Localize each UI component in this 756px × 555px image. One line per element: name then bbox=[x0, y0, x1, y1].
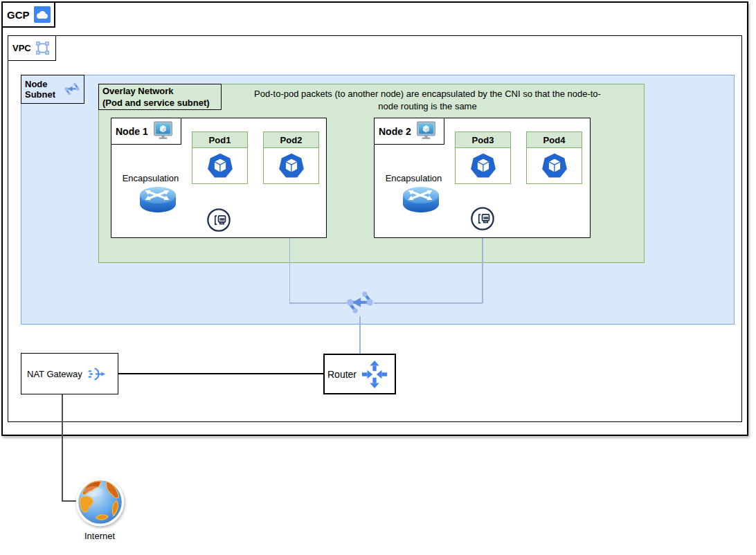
node2-encapsulation-label: Encapsulation bbox=[374, 173, 453, 183]
pod4-label: Pod4 bbox=[527, 132, 582, 148]
network-card-icon bbox=[469, 206, 496, 235]
vpc-label-box: VPC bbox=[8, 35, 56, 61]
gcp-label-box: GCP bbox=[1, 1, 55, 28]
kubernetes-pod-icon bbox=[192, 148, 247, 183]
router-disk-icon bbox=[402, 184, 440, 219]
internet-label: Internet bbox=[66, 531, 133, 541]
vm-monitor-icon bbox=[415, 120, 437, 142]
edge-junction-to-router bbox=[359, 316, 361, 354]
node-subnet-label: Node Subnet bbox=[25, 79, 60, 100]
node2-label-box: Node 2 bbox=[374, 118, 444, 145]
subnet-arrows-icon bbox=[345, 289, 375, 320]
nat-gateway-label: NAT Gateway bbox=[27, 369, 82, 379]
selection-frame-icon bbox=[35, 41, 50, 55]
pod2-box: Pod2 bbox=[263, 131, 319, 184]
four-arrows-icon bbox=[360, 360, 389, 389]
diagram-canvas: GCP VPC Node Subnet bbox=[0, 0, 756, 555]
overlay-label-box: Overlay Network (Pod and service subnet) bbox=[98, 84, 222, 110]
router-box: Router bbox=[323, 354, 396, 394]
network-card-icon bbox=[206, 207, 232, 236]
node1-label: Node 1 bbox=[116, 126, 148, 137]
overlay-annotation: Pod-to-pod packets (to another node) are… bbox=[249, 88, 606, 112]
globe-icon bbox=[73, 475, 127, 531]
pod2-label: Pod2 bbox=[264, 132, 318, 148]
node1-encapsulation-label: Encapsulation bbox=[111, 173, 190, 183]
router-label: Router bbox=[327, 369, 357, 380]
overlay-title: Overlay Network bbox=[102, 85, 217, 97]
kubernetes-pod-icon bbox=[456, 148, 510, 183]
edge-nat-down bbox=[62, 394, 63, 501]
edge-nic2-to-junction bbox=[374, 302, 483, 304]
nat-arrow-icon bbox=[87, 365, 106, 383]
edge-nat-to-router bbox=[118, 373, 323, 374]
pod3-label: Pod3 bbox=[456, 132, 510, 148]
pod1-box: Pod1 bbox=[192, 131, 248, 184]
kubernetes-pod-icon bbox=[527, 148, 582, 183]
node1-label-box: Node 1 bbox=[111, 118, 181, 145]
kubernetes-pod-icon bbox=[264, 148, 318, 183]
pod4-box: Pod4 bbox=[526, 131, 582, 184]
edge-nic1-to-junction bbox=[289, 302, 347, 304]
pod3-box: Pod3 bbox=[455, 131, 511, 184]
edge-nic2-down bbox=[482, 231, 483, 303]
subnet-arrows-icon bbox=[64, 81, 80, 98]
overlay-subtitle: (Pod and service subnet) bbox=[102, 97, 217, 109]
node-subnet-label-box: Node Subnet bbox=[21, 75, 84, 104]
router-disk-icon bbox=[138, 184, 177, 219]
node2-label: Node 2 bbox=[379, 126, 411, 137]
vm-monitor-icon bbox=[152, 120, 174, 142]
vpc-label: VPC bbox=[12, 43, 31, 53]
pod1-label: Pod1 bbox=[192, 132, 247, 148]
cloud-icon bbox=[34, 6, 51, 23]
nat-gateway-box: NAT Gateway bbox=[21, 353, 118, 394]
gcp-label: GCP bbox=[7, 9, 30, 21]
